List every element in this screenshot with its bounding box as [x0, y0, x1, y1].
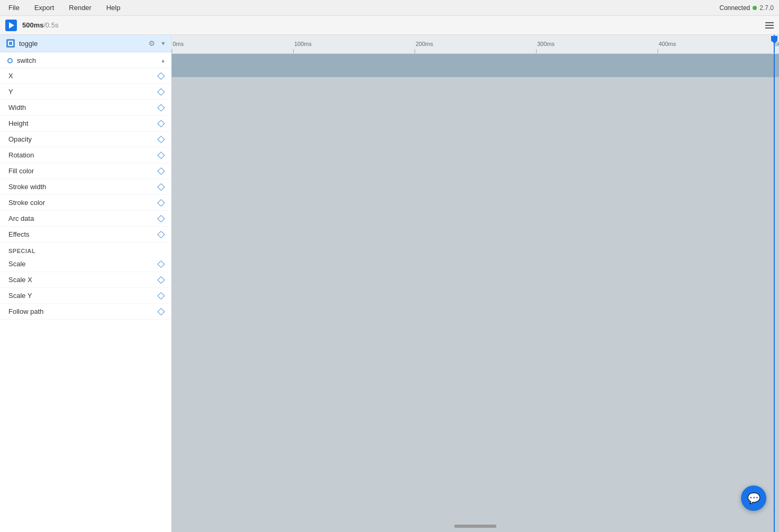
timeline-header: 500ms/0.5s [0, 16, 779, 35]
toggle-track [172, 54, 779, 77]
keyframe-rotation-icon[interactable] [157, 152, 165, 159]
prop-rotation-label: Rotation [8, 151, 157, 159]
keyframe-fill-color-icon[interactable] [157, 167, 165, 175]
prop-scale-x-label: Scale X [8, 276, 157, 284]
gear-icon[interactable]: ⚙ [148, 39, 155, 48]
play-button[interactable] [5, 20, 17, 31]
ruler-label-100ms: 100ms [293, 41, 312, 49]
playhead-ruler [774, 35, 775, 53]
prop-follow-path-label: Follow path [8, 307, 157, 315]
chevron-up-icon[interactable]: ▴ [162, 57, 165, 64]
keyframe-width-icon[interactable] [157, 104, 165, 111]
prop-arc-data-label: Arc data [8, 214, 157, 222]
ruler-line-200ms [415, 49, 415, 53]
prop-scale-y-label: Scale Y [8, 292, 157, 300]
ruler-tick-0ms: 0ms [172, 41, 184, 53]
ruler-tick-400ms: 400ms [658, 41, 676, 53]
ruler-line-400ms [658, 49, 658, 53]
main-area: toggle ⚙ ▾ switch ▴ X Y Width Height Op [0, 35, 779, 532]
switch-dot-icon [7, 58, 13, 63]
prop-follow-path[interactable]: Follow path [0, 304, 171, 320]
ruler-line-0ms [172, 49, 172, 53]
hamburger-menu[interactable] [765, 22, 774, 29]
ruler-tick-300ms: 300ms [536, 41, 555, 53]
prop-arc-data[interactable]: Arc data [0, 211, 171, 227]
keyframe-stroke-width-icon[interactable] [157, 183, 165, 191]
prop-opacity[interactable]: Opacity [0, 132, 171, 147]
prop-width[interactable]: Width [0, 100, 171, 116]
toggle-icon-inner [8, 41, 13, 46]
prop-rotation[interactable]: Rotation [0, 147, 171, 163]
timeline-area: 0ms 100ms 200ms 300ms 400ms 500ms [172, 35, 779, 532]
time-display: 500ms/0.5s [22, 21, 59, 29]
keyframe-stroke-color-icon[interactable] [157, 199, 165, 207]
ruler-label-200ms: 200ms [415, 41, 433, 49]
ruler-tick-200ms: 200ms [415, 41, 433, 53]
keyframe-x-icon[interactable] [157, 72, 165, 80]
keyframe-scale-x-icon[interactable] [157, 276, 165, 284]
prop-y-label: Y [8, 88, 157, 96]
timeline-ruler[interactable]: 0ms 100ms 200ms 300ms 400ms 500ms [172, 35, 779, 54]
toggle-row[interactable]: toggle ⚙ ▾ [0, 35, 171, 52]
switch-label: switch [17, 57, 157, 64]
prop-opacity-label: Opacity [8, 135, 157, 143]
playhead-line [774, 54, 775, 532]
menu-render[interactable]: Render [66, 2, 95, 14]
keyframe-follow-path-icon[interactable] [157, 308, 165, 315]
prop-fill-color-label: Fill color [8, 167, 157, 175]
prop-fill-color[interactable]: Fill color [0, 163, 171, 179]
menu-bar: File Export Render Help Connected 2.7.0 [0, 0, 779, 16]
ruler-tick-100ms: 100ms [293, 41, 312, 53]
keyframe-height-icon[interactable] [157, 120, 165, 127]
keyframe-opacity-icon[interactable] [157, 136, 165, 143]
menu-line-1 [765, 22, 774, 23]
prop-x[interactable]: X [0, 68, 171, 84]
keyframe-y-icon[interactable] [157, 88, 165, 96]
left-panel: toggle ⚙ ▾ switch ▴ X Y Width Height Op [0, 35, 172, 532]
prop-effects[interactable]: Effects [0, 227, 171, 242]
prop-width-label: Width [8, 104, 157, 111]
chevron-down-icon[interactable]: ▾ [162, 40, 165, 47]
menu-help[interactable]: Help [103, 2, 124, 14]
toggle-label: toggle [19, 40, 144, 48]
prop-stroke-width[interactable]: Stroke width [0, 179, 171, 195]
ruler-line-100ms [293, 49, 294, 53]
ruler-label-300ms: 300ms [536, 41, 555, 49]
prop-height[interactable]: Height [0, 116, 171, 132]
version-label: 2.7.0 [759, 4, 774, 12]
keyframe-effects-icon[interactable] [157, 231, 165, 238]
prop-effects-label: Effects [8, 230, 157, 238]
prop-height-label: Height [8, 119, 157, 127]
menu-line-3 [765, 27, 774, 29]
chat-button[interactable]: 💬 [741, 486, 766, 511]
menu-file[interactable]: File [5, 2, 23, 14]
keyframe-scale-y-icon[interactable] [157, 292, 165, 300]
ruler-label-0ms: 0ms [172, 41, 184, 49]
prop-scale-label: Scale [8, 260, 157, 268]
prop-y[interactable]: Y [0, 84, 171, 100]
prop-stroke-color[interactable]: Stroke color [0, 195, 171, 211]
switch-row[interactable]: switch ▴ [0, 52, 171, 68]
prop-x-label: X [8, 72, 157, 80]
time-total: /0.5s [43, 21, 58, 29]
connected-badge: Connected 2.7.0 [719, 4, 774, 12]
menu-export[interactable]: Export [31, 2, 58, 14]
time-current: 500ms [22, 21, 43, 29]
connected-dot [753, 6, 757, 10]
prop-scale-y[interactable]: Scale Y [0, 288, 171, 304]
chat-icon: 💬 [747, 492, 761, 505]
prop-scale-x[interactable]: Scale X [0, 272, 171, 288]
keyframe-arc-data-icon[interactable] [157, 215, 165, 222]
timeline-content[interactable] [172, 54, 779, 532]
ruler-label-400ms: 400ms [658, 41, 676, 49]
toggle-icon [6, 39, 15, 48]
prop-scale[interactable]: Scale [0, 256, 171, 272]
play-icon [9, 22, 14, 29]
prop-stroke-color-label: Stroke color [8, 199, 157, 207]
connected-label: Connected [719, 4, 750, 12]
menu-line-2 [765, 25, 774, 26]
keyframe-scale-icon[interactable] [157, 260, 165, 268]
scroll-hint [454, 525, 496, 528]
prop-stroke-width-label: Stroke width [8, 183, 157, 191]
special-section-label: SPECIAL [0, 242, 171, 256]
